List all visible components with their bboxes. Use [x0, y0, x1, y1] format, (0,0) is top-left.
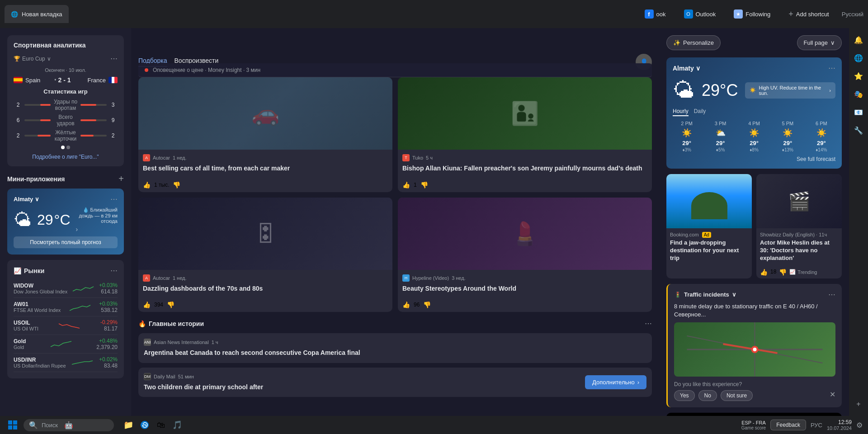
league-link[interactable]: Подробнее о лиге "Euro...": [14, 154, 118, 160]
market-row-2[interactable]: USOIL US Oil WTI -0.29% 81.17: [14, 316, 118, 335]
hour-icon-3: ☀️: [774, 128, 802, 138]
add-mini-app-btn[interactable]: +: [118, 174, 124, 184]
taskbar-app-file-explorer[interactable]: 📁: [121, 418, 136, 432]
sidebar-icon-6[interactable]: 🔧: [851, 123, 866, 137]
source-time-0: 1 нед.: [173, 155, 187, 160]
market-change-0: +0.03%: [99, 282, 118, 288]
league-name[interactable]: 🏆 Euro Cup ∨: [14, 56, 51, 62]
facebook-shortcut[interactable]: f ook: [639, 7, 671, 21]
weather-more-icon[interactable]: ⋯: [110, 195, 118, 203]
dislike-btn-1[interactable]: 👎: [420, 181, 428, 189]
tiktok-card[interactable]: TikTok: [666, 413, 842, 416]
news-card-content-0: A Autocar 1 нед. Best selling cars of al…: [138, 150, 392, 178]
espfra-game[interactable]: ESP - FRA Game score: [741, 420, 766, 430]
actor-like-btn[interactable]: 👍: [760, 269, 768, 276]
market-chart-4: [71, 357, 94, 368]
sports-more-icon[interactable]: ⋯: [110, 54, 118, 63]
dislike-btn-0[interactable]: 👎: [173, 181, 180, 189]
weather-forecast-btn[interactable]: Посмотреть полный прогноз: [14, 236, 118, 248]
hour-precip-4: ♦14%: [807, 147, 835, 152]
dislike-btn-3[interactable]: 👎: [423, 301, 431, 308]
settings-icon[interactable]: ⚙: [856, 421, 863, 429]
news-source-2: A Autocar 1 нед.: [143, 274, 388, 282]
market-info-1: AW01 FTSE All World Index: [14, 301, 61, 313]
taskbar-search[interactable]: 🔍 Поиск 🤖: [24, 419, 114, 431]
markets-more-icon[interactable]: ⋯: [110, 266, 118, 275]
feedback-not-sure-btn[interactable]: Not sure: [721, 390, 753, 401]
stat-right-1: 9: [108, 117, 118, 123]
taskbar-app-spotify[interactable]: 🎵: [170, 418, 184, 432]
uv-nav-icon[interactable]: ›: [829, 88, 831, 93]
following-shortcut[interactable]: ★ Following: [728, 7, 776, 21]
full-page-btn[interactable]: Full page ∨: [797, 35, 842, 50]
news-card-1[interactable]: 👨‍👦 T Tuko 5 ч Bishop Allan Kiuna: Falle…: [398, 77, 652, 192]
outlook-shortcut[interactable]: O Outlook: [679, 7, 722, 21]
feedback-no-btn[interactable]: No: [698, 390, 717, 401]
like-count-2: 394: [154, 302, 163, 308]
taskbar-date: 10.07.2024: [827, 425, 852, 431]
actor-dislike-btn[interactable]: 👎: [779, 269, 787, 276]
market-row-3[interactable]: Gold Gold +0.48% 2,379.20: [14, 335, 118, 354]
sidebar-icon-5[interactable]: 📧: [851, 105, 866, 119]
add-shortcut-label: Add shortcut: [796, 11, 829, 18]
news-source-0: A Autocar 1 нед.: [143, 154, 388, 161]
sidebar-add-icon[interactable]: +: [851, 397, 866, 411]
team2-name: France: [88, 77, 106, 84]
feedback-yes-btn[interactable]: Yes: [674, 390, 695, 401]
weather-tab-daily[interactable]: Daily: [694, 108, 706, 116]
language-select[interactable]: Русский: [842, 11, 863, 18]
story-card-0[interactable]: ANI Asian News International 1 ч Argenti…: [138, 333, 652, 363]
feedback-close-icon[interactable]: ✕: [830, 390, 835, 401]
story-card-1[interactable]: DM Daily Mail 51 мин Two children die at…: [138, 368, 652, 397]
source-time-3: 3 нед.: [452, 275, 466, 281]
feedback-btn[interactable]: Feedback: [770, 420, 806, 430]
center-panel: Оповещение о цене · Money Insight · 3 ми…: [131, 28, 659, 416]
market-row-1[interactable]: AW01 FTSE All World Index +0.03% 538.12: [14, 298, 118, 316]
hour-time-3: 5 PM: [774, 121, 802, 126]
source-name-0: Autocar: [153, 155, 170, 160]
sidebar-icon-2[interactable]: 🌐: [851, 51, 866, 65]
uv-warning: ☀️ High UV. Reduce time in the sun. ›: [745, 82, 835, 99]
sidebar-icon-1[interactable]: 🔔: [851, 33, 866, 47]
news-card-img-2: 🎛: [138, 198, 392, 270]
news-card-0[interactable]: 🚗 A Autocar 1 нед. Best selling cars of …: [138, 77, 392, 192]
market-row-4[interactable]: USD/INR US Dollar/Indian Rupee +0.02% 83…: [14, 354, 118, 372]
actor-card[interactable]: 🎬 Showbizz Daily (English) · 11ч Actor M…: [756, 174, 842, 278]
taskbar-app-store[interactable]: 🛍: [154, 418, 168, 432]
like-btn-3[interactable]: 👍: [402, 301, 410, 308]
sidebar-icon-4[interactable]: 🎭: [851, 87, 866, 101]
sidebar-add[interactable]: +: [851, 397, 866, 411]
start-button[interactable]: [5, 418, 20, 432]
weather-right-city[interactable]: Almaty ∨: [673, 65, 700, 72]
like-btn-2[interactable]: 👍: [143, 301, 151, 308]
booking-card[interactable]: Booking.com Ad Find a jaw-dropping desti…: [666, 174, 752, 278]
hour-icon-2: ☀️: [740, 128, 768, 138]
traffic-more-icon[interactable]: ⋯: [828, 290, 835, 299]
tab-label: Новая вкладка: [22, 11, 62, 18]
like-btn-1[interactable]: 👍: [402, 181, 410, 189]
add-shortcut-btn[interactable]: + Add shortcut: [783, 7, 835, 22]
right-panel: ✨ Personalize Full page ∨ Almaty ∨ ⋯ 🌤 2…: [659, 28, 849, 416]
top-stories-more-icon[interactable]: ⋯: [645, 319, 652, 328]
news-card-3[interactable]: 💄 H Hypeline (Video) 3 нед. Beauty Stere…: [398, 198, 652, 312]
market-value-4: 83.48: [99, 363, 118, 369]
active-tab[interactable]: 🌐 Новая вкладка: [5, 5, 69, 23]
market-row-0[interactable]: WIDOW Dow Jones Global Index +0.03% 614.…: [14, 279, 118, 298]
personalize-icon: ✨: [673, 39, 680, 46]
weather-right-more-icon[interactable]: ⋯: [828, 64, 835, 72]
weather-tab-hourly[interactable]: Hourly: [673, 108, 689, 116]
more-btn[interactable]: Дополнительно ›: [585, 375, 646, 389]
stat-row-1: 6 Всего ударов 9: [14, 114, 118, 127]
news-card-2[interactable]: 🎛 A Autocar 1 нед. Dazzling dashboards o…: [138, 198, 392, 312]
source-name-2: Autocar: [153, 275, 170, 281]
sidebar-icon-3[interactable]: ⭐: [851, 69, 866, 83]
like-btn-0[interactable]: 👍: [143, 181, 151, 189]
personalize-btn[interactable]: ✨ Personalize: [666, 35, 721, 50]
weather-city-left[interactable]: Almaty ∨: [14, 196, 39, 203]
taskbar-app-edge[interactable]: [137, 418, 152, 432]
actor-content: Showbizz Daily (English) · 11ч Actor Mik…: [756, 228, 842, 266]
weather-right-header: Almaty ∨ ⋯: [673, 64, 835, 72]
see-full-forecast-btn[interactable]: See full forecast: [673, 156, 835, 162]
dislike-btn-2[interactable]: 👎: [167, 301, 175, 308]
taskbar-lang: РУС: [811, 422, 822, 429]
